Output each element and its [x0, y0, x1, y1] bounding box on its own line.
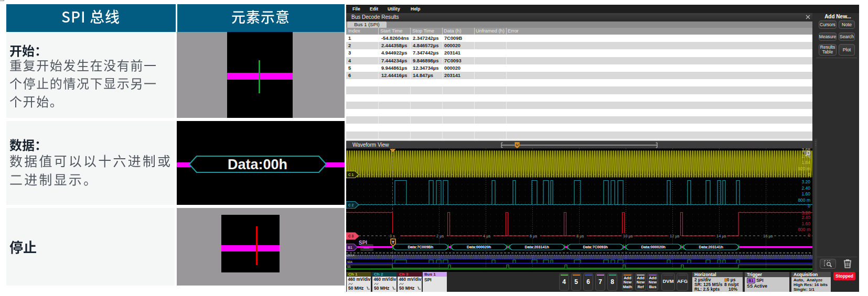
svg-text:0: 0 — [808, 203, 810, 209]
svg-text:16 µs: 16 µs — [763, 234, 773, 238]
svg-text:1.60: 1.60 — [801, 191, 810, 196]
svg-text:12 µs: 12 µs — [670, 234, 680, 238]
svg-text:C 1: C 1 — [348, 173, 354, 177]
svg-text:2.40: 2.40 — [801, 185, 810, 191]
svg-text:U: U — [516, 142, 518, 147]
svg-text:0: 0 — [808, 172, 810, 177]
svg-text:6 µs: 6 µs — [530, 234, 538, 238]
svg-text:3.20: 3.20 — [801, 179, 810, 184]
svg-text:4 µs: 4 µs — [483, 234, 491, 238]
svg-text:Data:7C009Bh: Data:7C009Bh — [408, 245, 433, 249]
svg-text:Data:000020h: Data:000020h — [641, 245, 666, 249]
svg-text:B1: B1 — [348, 246, 352, 249]
svg-text:800 m: 800 m — [798, 198, 810, 203]
svg-text:T: T — [392, 240, 394, 245]
svg-text:920 m: 920 m — [798, 166, 810, 171]
svg-text:2 µs: 2 µs — [436, 234, 444, 238]
svg-text:0: 0 — [808, 233, 810, 238]
svg-text:0 s: 0 s — [390, 234, 395, 238]
svg-text:1.84: 1.84 — [801, 160, 810, 165]
svg-text:Data:203141h: Data:203141h — [699, 245, 723, 249]
svg-text:SS: SS — [347, 266, 350, 268]
svg-text:Data:203141h: Data:203141h — [525, 245, 549, 249]
svg-text:2.76: 2.76 — [801, 154, 810, 159]
svg-text:8 µs: 8 µs — [576, 234, 584, 238]
svg-text:14 µs: 14 µs — [716, 234, 726, 238]
svg-text:3.68: 3.68 — [801, 147, 810, 152]
svg-text:3.20: 3.20 — [801, 210, 810, 215]
svg-text:C 2: C 2 — [348, 203, 354, 207]
svg-text:1.60: 1.60 — [801, 221, 810, 226]
svg-text:Data:7C0093h: Data:7C0093h — [583, 245, 608, 249]
svg-text:C 3: C 3 — [348, 234, 354, 238]
svg-text:800 m: 800 m — [798, 227, 810, 232]
svg-text:Waveform View: Waveform View — [352, 142, 389, 148]
svg-text:2.40: 2.40 — [801, 215, 810, 220]
svg-text:SDA: SDA — [347, 261, 353, 264]
svg-text:}|SCLK: }|SCLK — [347, 254, 355, 257]
svg-text:Data:000020h: Data:000020h — [467, 245, 491, 249]
svg-text:10 µs: 10 µs — [623, 234, 633, 238]
